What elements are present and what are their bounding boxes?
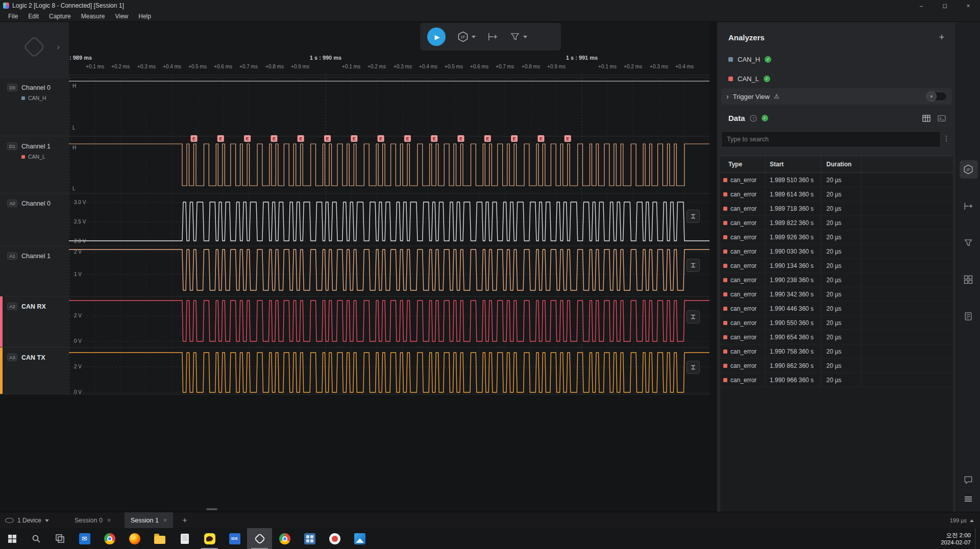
- table-row[interactable]: can_error1.990 550 360 s20 µs: [720, 316, 953, 330]
- table-row[interactable]: can_error1.990 134 360 s20 µs: [720, 259, 953, 273]
- taskbar-app-mail[interactable]: ✉: [72, 528, 97, 549]
- table-row[interactable]: can_error1.989 510 360 s20 µs: [720, 173, 953, 187]
- error-marker[interactable]: E: [511, 135, 518, 142]
- error-marker[interactable]: E: [324, 135, 331, 142]
- error-marker[interactable]: E: [458, 135, 464, 142]
- device-settings-button[interactable]: 1F: [457, 31, 476, 43]
- add-analyzer-button[interactable]: +: [936, 31, 948, 43]
- menu-measure[interactable]: Measure: [76, 13, 110, 20]
- triggers-rail-button[interactable]: [957, 236, 980, 250]
- tab-session-0[interactable]: Session 0 ×: [68, 512, 117, 529]
- taskbar-app-firefox[interactable]: [122, 528, 147, 549]
- table-row[interactable]: can_error1.990 446 360 s20 µs: [720, 302, 953, 316]
- play-capture-button[interactable]: ▶: [427, 28, 446, 46]
- column-type[interactable]: Type: [720, 156, 766, 172]
- error-marker[interactable]: E: [537, 135, 544, 142]
- channel-options-button[interactable]: [687, 259, 700, 272]
- error-marker[interactable]: E: [404, 135, 411, 142]
- device-panel[interactable]: ›: [0, 22, 69, 78]
- taskbar-app-logic2[interactable]: [247, 528, 272, 549]
- tab-session-1[interactable]: Session 1 ×: [125, 512, 173, 529]
- minimize-button[interactable]: –: [910, 0, 933, 11]
- analyzer-item-can_h[interactable]: CAN_H✓: [728, 54, 946, 64]
- table-row[interactable]: can_error1.989 822 360 s20 µs: [720, 216, 953, 230]
- trigger-view-row[interactable]: › Trigger View ⚠ ×: [721, 88, 952, 105]
- add-measurement-button[interactable]: [487, 31, 498, 42]
- terminal-view-icon[interactable]: [938, 114, 946, 124]
- device-selector[interactable]: 1 Device: [5, 512, 49, 529]
- table-row[interactable]: can_error1.989 926 360 s20 µs: [720, 230, 953, 244]
- table-row[interactable]: can_error1.990 654 360 s20 µs: [720, 330, 953, 344]
- taskbar-app-store[interactable]: [322, 528, 347, 549]
- analyzers-rail-button[interactable]: [957, 272, 980, 287]
- main-menu-rail-button[interactable]: [957, 492, 980, 506]
- channel-row-a3[interactable]: A3CAN TX: [0, 347, 69, 394]
- analyzer-item-can_l[interactable]: CAN_L✓: [728, 73, 946, 84]
- horizontal-scrollbar[interactable]: [206, 508, 217, 510]
- taskbar-app-file-explorer[interactable]: [147, 528, 172, 549]
- taskbar-app-chrome[interactable]: [97, 528, 122, 549]
- close-button[interactable]: ×: [957, 0, 980, 11]
- table-row[interactable]: can_error1.990 862 360 s20 µs: [720, 359, 953, 373]
- channel-options-button[interactable]: [687, 361, 700, 374]
- kebab-menu-icon[interactable]: ⋮: [943, 134, 950, 142]
- table-view-icon[interactable]: [922, 114, 930, 124]
- taskbar-app-grid[interactable]: [297, 528, 322, 549]
- channel-row-d0[interactable]: D0Channel 0CAN_H: [0, 78, 69, 136]
- show-desktop-button[interactable]: [975, 528, 978, 549]
- table-row[interactable]: can_error1.990 758 360 s20 µs: [720, 344, 953, 359]
- error-marker[interactable]: E: [351, 135, 357, 142]
- zoom-indicator[interactable]: 199 µs: [950, 512, 974, 529]
- error-marker[interactable]: E: [298, 135, 304, 142]
- error-marker[interactable]: E: [244, 135, 251, 142]
- channel-row-a0[interactable]: A0Channel 0: [0, 193, 69, 246]
- table-row[interactable]: can_error1.989 718 360 s20 µs: [720, 202, 953, 216]
- annotations-rail-button[interactable]: [957, 309, 980, 323]
- feedback-rail-button[interactable]: [957, 473, 980, 487]
- menu-capture[interactable]: Capture: [44, 13, 76, 20]
- restore-button[interactable]: ◻: [933, 0, 957, 11]
- new-session-button[interactable]: +: [180, 512, 190, 529]
- table-row[interactable]: can_error1.990 966 360 s20 µs: [720, 373, 953, 387]
- waveform-canvas[interactable]: HLHL3.0 V2.5 V2.0 V2 V1 V2 V0 V2 V0 VEEE…: [69, 22, 709, 400]
- table-row[interactable]: can_error1.990 342 360 s20 µs: [720, 287, 953, 302]
- expand-chevron-icon[interactable]: ›: [57, 42, 60, 51]
- error-marker[interactable]: E: [271, 135, 277, 142]
- menu-help[interactable]: Help: [133, 13, 156, 20]
- trigger-filter-button[interactable]: [509, 31, 527, 42]
- error-marker[interactable]: E: [378, 135, 384, 142]
- error-marker[interactable]: E: [217, 135, 224, 142]
- error-marker[interactable]: E: [431, 135, 437, 142]
- column-start[interactable]: Start: [766, 156, 821, 172]
- search-input[interactable]: [721, 131, 941, 147]
- menu-file[interactable]: File: [3, 13, 23, 20]
- menu-view[interactable]: View: [110, 13, 133, 20]
- help-icon[interactable]: ?: [750, 115, 757, 122]
- error-marker[interactable]: E: [191, 135, 198, 142]
- error-marker[interactable]: E: [484, 135, 491, 142]
- channel-row-a2[interactable]: A2CAN RX: [0, 296, 69, 347]
- channel-row-a1[interactable]: A1Channel 1: [0, 246, 69, 296]
- start-button[interactable]: [0, 528, 24, 549]
- taskbar-clock[interactable]: 오전 2:00 2024-02-07: [941, 532, 971, 546]
- error-marker[interactable]: E: [565, 135, 571, 142]
- tab-close-icon[interactable]: ×: [163, 517, 167, 524]
- measurements-rail-button[interactable]: [957, 199, 980, 213]
- channel-options-button[interactable]: [687, 210, 700, 223]
- taskbar-search-button[interactable]: [24, 528, 48, 549]
- column-duration[interactable]: Duration: [821, 156, 862, 172]
- toggle-close-icon[interactable]: ×: [926, 91, 937, 102]
- trigger-view-toggle[interactable]: ×: [926, 92, 947, 101]
- tab-close-icon[interactable]: ×: [107, 517, 111, 524]
- table-row[interactable]: can_error1.990 238 360 s20 µs: [720, 273, 953, 287]
- taskbar-app-browser[interactable]: [272, 528, 297, 549]
- task-view-button[interactable]: [48, 528, 72, 549]
- table-row[interactable]: can_error1.990 030 360 s20 µs: [720, 244, 953, 259]
- channel-row-d1[interactable]: D1Channel 1CAN_L: [0, 136, 69, 193]
- taskbar-app-notepad[interactable]: [172, 528, 197, 549]
- menu-edit[interactable]: Edit: [23, 13, 44, 20]
- channel-options-button[interactable]: [687, 310, 700, 323]
- taskbar-app-kakaotalk[interactable]: [197, 528, 222, 549]
- capture-settings-rail-button[interactable]: 1F: [957, 162, 980, 177]
- taskbar-app-photos[interactable]: [347, 528, 372, 549]
